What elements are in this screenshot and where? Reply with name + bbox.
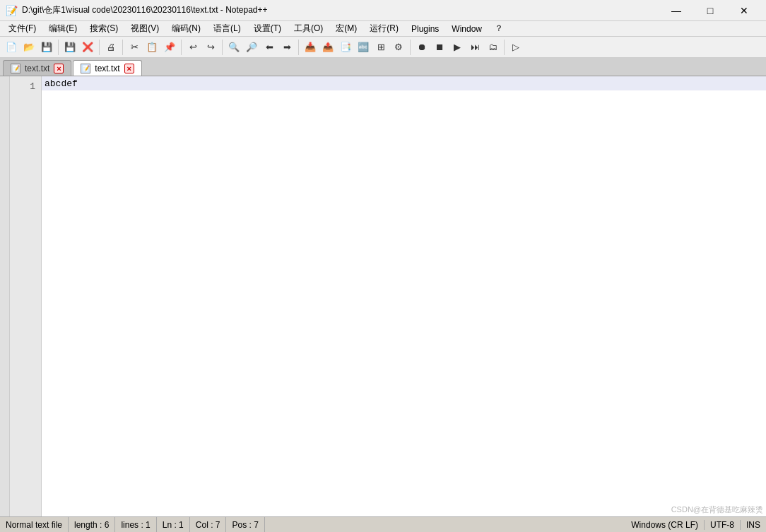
toolbar-btn-find[interactable]: 🔍 <box>225 39 242 56</box>
code-line-16 <box>42 288 766 302</box>
window-controls: — □ ✕ <box>660 0 760 21</box>
code-line-11 <box>42 218 766 232</box>
menu-item-m[interactable]: 宏(M) <box>330 21 363 36</box>
code-line-32 <box>42 514 766 516</box>
toolbar-btn-zoom-out[interactable]: ⊞ <box>372 39 389 56</box>
fold-marker-14 <box>0 277 9 291</box>
window-title: D:\git\仓库1\visual code\20230116\20230116… <box>22 4 268 16</box>
code-line-21 <box>42 359 766 373</box>
line-number-12 <box>10 235 41 249</box>
toolbar-btn-next-result[interactable]: ➡ <box>278 39 295 56</box>
line-number-29 <box>10 475 41 489</box>
menu-item-v[interactable]: 视图(V) <box>125 21 165 36</box>
toolbar-btn-cut[interactable]: ✂ <box>126 39 143 56</box>
code-line-2 <box>42 90 766 105</box>
menu-item-e[interactable]: 编辑(E) <box>43 21 83 36</box>
tab-icon-0: 📝 <box>11 64 20 73</box>
menu-item-f[interactable]: 文件(F) <box>3 21 42 36</box>
toolbar-btn-settings[interactable]: ⚙ <box>390 39 407 56</box>
fold-marker-23 <box>0 404 9 418</box>
toolbar-btn-paste[interactable]: 📌 <box>161 39 178 56</box>
toolbar-separator <box>122 40 123 55</box>
fold-marker-28 <box>0 475 9 489</box>
menu-item-plugins[interactable]: Plugins <box>406 23 444 35</box>
toolbar: 📄📂💾💾❌🖨✂📋📌↩↪🔍🔎⬅➡📥📤📑🔤⊞⚙⏺⏹▶⏭🗂▷ <box>0 37 766 58</box>
toolbar-btn-macro-play[interactable]: ▶ <box>449 39 466 56</box>
toolbar-btn-word-wrap[interactable]: 📤 <box>319 39 336 56</box>
title-bar: 📝 D:\git\仓库1\visual code\20230116\202301… <box>0 0 766 21</box>
tab-close-1[interactable]: × <box>124 64 134 73</box>
fold-marker-4 <box>0 136 9 150</box>
code-line-19 <box>42 331 766 345</box>
close-button[interactable]: ✕ <box>728 0 760 21</box>
code-line-1: abcdef <box>42 76 766 90</box>
fold-marker-8 <box>0 192 9 206</box>
code-line-6 <box>42 147 766 161</box>
minimize-button[interactable]: — <box>660 0 693 21</box>
line-number-21 <box>10 362 41 376</box>
toolbar-btn-close-tab[interactable]: ❌ <box>79 39 96 56</box>
tab-0[interactable]: 📝text.txt× <box>3 60 71 76</box>
tab-1[interactable]: 📝text.txt× <box>73 60 141 76</box>
tab-close-0[interactable]: × <box>54 64 64 73</box>
menu-item-t[interactable]: 设置(T) <box>248 21 287 36</box>
toolbar-btn-copy[interactable]: 📋 <box>143 39 160 56</box>
toolbar-btn-sync-scroll[interactable]: 📥 <box>302 39 319 56</box>
code-line-18 <box>42 317 766 331</box>
code-line-29 <box>42 472 766 486</box>
tab-bar: 📝text.txt×📝text.txt× <box>0 58 766 76</box>
toolbar-btn-zoom-in[interactable]: 🔤 <box>355 39 372 56</box>
toolbar-btn-all-chars[interactable]: 📑 <box>337 39 354 56</box>
code-line-10 <box>42 203 766 218</box>
menu-item-s[interactable]: 搜索(S) <box>84 21 124 36</box>
status-insertmode: INS <box>741 520 766 530</box>
toolbar-btn-new[interactable]: 📄 <box>3 39 20 56</box>
editor-content[interactable]: abcdef <box>42 76 766 516</box>
tab-label-1: text.txt <box>95 64 119 73</box>
maximize-button[interactable]: □ <box>694 0 726 21</box>
toolbar-btn-prev-result[interactable]: ⬅ <box>261 39 278 56</box>
tab-label-0: text.txt <box>25 64 49 73</box>
toolbar-btn-run-cmd[interactable]: ▷ <box>507 39 524 56</box>
menu-item-window[interactable]: Window <box>446 23 488 35</box>
code-line-14 <box>42 260 766 274</box>
line-number-4 <box>10 122 41 136</box>
toolbar-btn-save-all[interactable]: 💾 <box>61 39 78 56</box>
toolbar-btn-macro-stop[interactable]: ⏹ <box>431 39 448 56</box>
line-number-8 <box>10 178 41 192</box>
status-lines: lines : 1 <box>115 517 156 532</box>
line-number-9 <box>10 192 41 206</box>
menu-item-[interactable]: ？ <box>489 21 509 36</box>
fold-marker-30 <box>0 503 9 516</box>
toolbar-btn-print[interactable]: 🖨 <box>102 39 119 56</box>
fold-margin <box>0 76 10 516</box>
fold-marker-1 <box>0 93 9 107</box>
line-number-16 <box>10 291 41 305</box>
menu-item-r[interactable]: 运行(R) <box>364 21 404 36</box>
menu-item-n[interactable]: 编码(N) <box>166 21 206 36</box>
menu-item-o[interactable]: 工具(O) <box>288 21 329 36</box>
fold-marker-12 <box>0 249 9 263</box>
fold-marker-22 <box>0 390 9 404</box>
line-number-15 <box>10 277 41 291</box>
line-number-1: 1 <box>10 79 41 93</box>
code-line-4 <box>42 119 766 133</box>
code-line-24 <box>42 401 766 415</box>
fold-marker-15 <box>0 291 9 305</box>
toolbar-btn-save[interactable]: 💾 <box>38 39 55 56</box>
fold-marker-9 <box>0 206 9 220</box>
toolbar-separator <box>504 40 505 55</box>
toolbar-separator <box>58 40 59 55</box>
toolbar-btn-replace[interactable]: 🔎 <box>243 39 260 56</box>
code-line-30 <box>42 486 766 500</box>
line-number-2 <box>10 93 41 107</box>
toolbar-btn-manage-macro[interactable]: 🗂 <box>484 39 501 56</box>
toolbar-btn-redo[interactable]: ↪ <box>202 39 219 56</box>
toolbar-btn-macro-rec[interactable]: ⏺ <box>413 39 430 56</box>
fold-marker-16 <box>0 305 9 319</box>
menu-bar: 文件(F)编辑(E)搜索(S)视图(V)编码(N)语言(L)设置(T)工具(O)… <box>0 21 766 37</box>
toolbar-btn-undo[interactable]: ↩ <box>184 39 201 56</box>
toolbar-btn-run-macro[interactable]: ⏭ <box>466 39 483 56</box>
menu-item-l[interactable]: 语言(L) <box>208 21 247 36</box>
toolbar-btn-open[interactable]: 📂 <box>20 39 37 56</box>
